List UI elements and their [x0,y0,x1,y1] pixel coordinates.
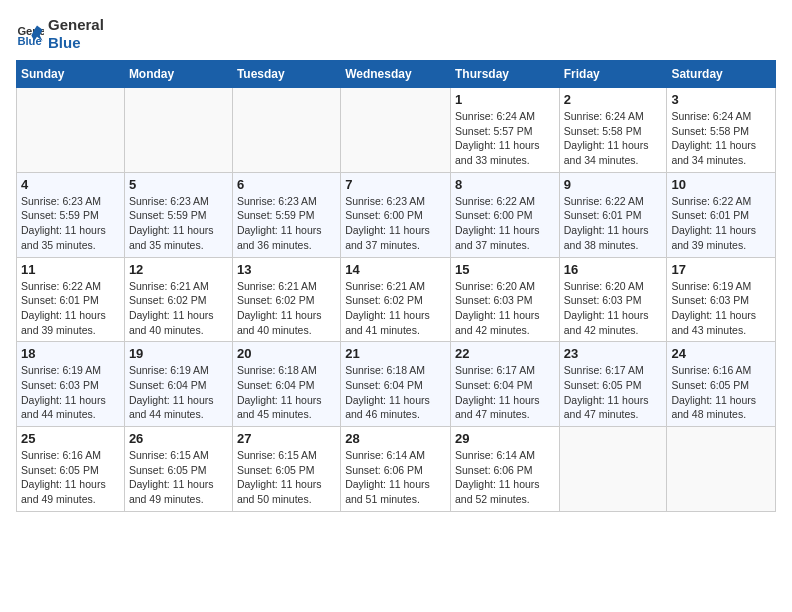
calendar-week-3: 11Sunrise: 6:22 AM Sunset: 6:01 PM Dayli… [17,257,776,342]
day-number: 13 [237,262,336,277]
calendar-cell: 22Sunrise: 6:17 AM Sunset: 6:04 PM Dayli… [450,342,559,427]
day-number: 19 [129,346,228,361]
day-info: Sunrise: 6:18 AM Sunset: 6:04 PM Dayligh… [345,363,446,422]
day-number: 27 [237,431,336,446]
calendar-cell: 26Sunrise: 6:15 AM Sunset: 6:05 PM Dayli… [124,427,232,512]
calendar-cell: 17Sunrise: 6:19 AM Sunset: 6:03 PM Dayli… [667,257,776,342]
calendar-cell: 2Sunrise: 6:24 AM Sunset: 5:58 PM Daylig… [559,88,667,173]
calendar-cell: 25Sunrise: 6:16 AM Sunset: 6:05 PM Dayli… [17,427,125,512]
logo: General Blue General Blue [16,16,104,52]
calendar-cell: 20Sunrise: 6:18 AM Sunset: 6:04 PM Dayli… [232,342,340,427]
logo-icon: General Blue [16,20,44,48]
calendar-cell: 4Sunrise: 6:23 AM Sunset: 5:59 PM Daylig… [17,172,125,257]
calendar-cell: 6Sunrise: 6:23 AM Sunset: 5:59 PM Daylig… [232,172,340,257]
header-sunday: Sunday [17,61,125,88]
day-info: Sunrise: 6:17 AM Sunset: 6:05 PM Dayligh… [564,363,663,422]
day-number: 7 [345,177,446,192]
calendar-cell: 9Sunrise: 6:22 AM Sunset: 6:01 PM Daylig… [559,172,667,257]
day-number: 24 [671,346,771,361]
day-info: Sunrise: 6:22 AM Sunset: 6:01 PM Dayligh… [21,279,120,338]
day-number: 21 [345,346,446,361]
day-info: Sunrise: 6:21 AM Sunset: 6:02 PM Dayligh… [237,279,336,338]
calendar-cell: 16Sunrise: 6:20 AM Sunset: 6:03 PM Dayli… [559,257,667,342]
day-info: Sunrise: 6:19 AM Sunset: 6:03 PM Dayligh… [21,363,120,422]
day-number: 16 [564,262,663,277]
day-number: 22 [455,346,555,361]
calendar-cell [124,88,232,173]
header-monday: Monday [124,61,232,88]
day-info: Sunrise: 6:14 AM Sunset: 6:06 PM Dayligh… [455,448,555,507]
day-number: 6 [237,177,336,192]
day-number: 14 [345,262,446,277]
day-number: 10 [671,177,771,192]
day-number: 8 [455,177,555,192]
day-info: Sunrise: 6:19 AM Sunset: 6:04 PM Dayligh… [129,363,228,422]
calendar-cell [667,427,776,512]
day-number: 18 [21,346,120,361]
day-info: Sunrise: 6:23 AM Sunset: 5:59 PM Dayligh… [129,194,228,253]
day-info: Sunrise: 6:20 AM Sunset: 6:03 PM Dayligh… [564,279,663,338]
calendar-cell [341,88,451,173]
calendar-cell: 1Sunrise: 6:24 AM Sunset: 5:57 PM Daylig… [450,88,559,173]
page-header: General Blue General Blue [16,16,776,52]
day-info: Sunrise: 6:16 AM Sunset: 6:05 PM Dayligh… [21,448,120,507]
day-number: 29 [455,431,555,446]
calendar-cell: 15Sunrise: 6:20 AM Sunset: 6:03 PM Dayli… [450,257,559,342]
calendar-cell: 3Sunrise: 6:24 AM Sunset: 5:58 PM Daylig… [667,88,776,173]
calendar-cell: 14Sunrise: 6:21 AM Sunset: 6:02 PM Dayli… [341,257,451,342]
day-number: 26 [129,431,228,446]
logo-text-general: General [48,16,104,34]
header-wednesday: Wednesday [341,61,451,88]
calendar-cell [559,427,667,512]
day-info: Sunrise: 6:22 AM Sunset: 6:00 PM Dayligh… [455,194,555,253]
calendar-week-1: 1Sunrise: 6:24 AM Sunset: 5:57 PM Daylig… [17,88,776,173]
day-info: Sunrise: 6:22 AM Sunset: 6:01 PM Dayligh… [671,194,771,253]
day-info: Sunrise: 6:24 AM Sunset: 5:57 PM Dayligh… [455,109,555,168]
day-info: Sunrise: 6:19 AM Sunset: 6:03 PM Dayligh… [671,279,771,338]
calendar-cell: 7Sunrise: 6:23 AM Sunset: 6:00 PM Daylig… [341,172,451,257]
day-info: Sunrise: 6:16 AM Sunset: 6:05 PM Dayligh… [671,363,771,422]
day-number: 15 [455,262,555,277]
day-info: Sunrise: 6:15 AM Sunset: 6:05 PM Dayligh… [129,448,228,507]
day-number: 9 [564,177,663,192]
calendar-cell: 28Sunrise: 6:14 AM Sunset: 6:06 PM Dayli… [341,427,451,512]
calendar-cell: 11Sunrise: 6:22 AM Sunset: 6:01 PM Dayli… [17,257,125,342]
header-friday: Friday [559,61,667,88]
calendar-week-4: 18Sunrise: 6:19 AM Sunset: 6:03 PM Dayli… [17,342,776,427]
calendar-cell: 27Sunrise: 6:15 AM Sunset: 6:05 PM Dayli… [232,427,340,512]
day-number: 11 [21,262,120,277]
header-thursday: Thursday [450,61,559,88]
calendar-cell: 21Sunrise: 6:18 AM Sunset: 6:04 PM Dayli… [341,342,451,427]
day-info: Sunrise: 6:23 AM Sunset: 5:59 PM Dayligh… [21,194,120,253]
day-number: 25 [21,431,120,446]
calendar-cell: 5Sunrise: 6:23 AM Sunset: 5:59 PM Daylig… [124,172,232,257]
calendar-week-2: 4Sunrise: 6:23 AM Sunset: 5:59 PM Daylig… [17,172,776,257]
calendar-cell: 19Sunrise: 6:19 AM Sunset: 6:04 PM Dayli… [124,342,232,427]
calendar-cell: 29Sunrise: 6:14 AM Sunset: 6:06 PM Dayli… [450,427,559,512]
day-info: Sunrise: 6:22 AM Sunset: 6:01 PM Dayligh… [564,194,663,253]
day-number: 17 [671,262,771,277]
day-number: 5 [129,177,228,192]
calendar-week-5: 25Sunrise: 6:16 AM Sunset: 6:05 PM Dayli… [17,427,776,512]
header-saturday: Saturday [667,61,776,88]
day-info: Sunrise: 6:20 AM Sunset: 6:03 PM Dayligh… [455,279,555,338]
day-number: 1 [455,92,555,107]
calendar-cell: 18Sunrise: 6:19 AM Sunset: 6:03 PM Dayli… [17,342,125,427]
calendar-header-row: SundayMondayTuesdayWednesdayThursdayFrid… [17,61,776,88]
calendar-cell [232,88,340,173]
day-number: 20 [237,346,336,361]
calendar-cell: 8Sunrise: 6:22 AM Sunset: 6:00 PM Daylig… [450,172,559,257]
day-info: Sunrise: 6:21 AM Sunset: 6:02 PM Dayligh… [345,279,446,338]
day-number: 23 [564,346,663,361]
logo-text-blue: Blue [48,34,104,52]
day-info: Sunrise: 6:24 AM Sunset: 5:58 PM Dayligh… [564,109,663,168]
calendar-cell: 12Sunrise: 6:21 AM Sunset: 6:02 PM Dayli… [124,257,232,342]
day-number: 3 [671,92,771,107]
calendar-cell: 10Sunrise: 6:22 AM Sunset: 6:01 PM Dayli… [667,172,776,257]
day-info: Sunrise: 6:21 AM Sunset: 6:02 PM Dayligh… [129,279,228,338]
calendar-cell: 23Sunrise: 6:17 AM Sunset: 6:05 PM Dayli… [559,342,667,427]
day-number: 28 [345,431,446,446]
day-number: 4 [21,177,120,192]
calendar-table: SundayMondayTuesdayWednesdayThursdayFrid… [16,60,776,512]
calendar-cell: 13Sunrise: 6:21 AM Sunset: 6:02 PM Dayli… [232,257,340,342]
